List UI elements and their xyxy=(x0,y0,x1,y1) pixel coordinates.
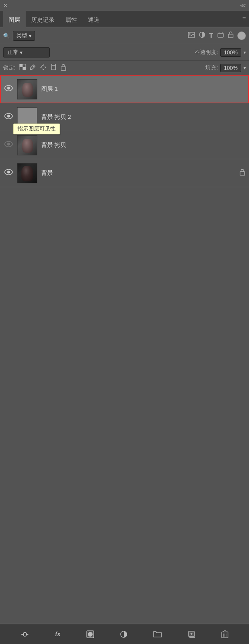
layer-visibility-layer4[interactable] xyxy=(4,169,13,177)
tab-properties[interactable]: 属性 xyxy=(60,11,82,27)
svg-point-1 xyxy=(189,33,190,34)
svg-rect-18 xyxy=(61,67,66,70)
lock-brush-icon[interactable] xyxy=(30,64,36,71)
filter-adjustment-icon[interactable] xyxy=(199,31,205,40)
fill-label: 填充: xyxy=(205,64,218,71)
opacity-value[interactable]: 100% xyxy=(220,48,241,57)
lock-label: 锁定: xyxy=(3,64,16,71)
layer-list: 图层 1 背景 拷贝 2 指示图层可见性 背景 拷贝 xyxy=(0,75,249,350)
layer-thumb-layer4 xyxy=(17,163,37,183)
link-layers-icon[interactable] xyxy=(21,631,29,637)
fill-chevron[interactable]: ▾ xyxy=(244,65,246,71)
filter-type-dropdown[interactable]: 类型 ▾ xyxy=(13,31,35,41)
filter-image-icon[interactable] xyxy=(188,32,195,40)
svg-line-10 xyxy=(33,66,34,67)
layer-thumb-layer1 xyxy=(17,79,37,99)
layer-thumb-image-layer4 xyxy=(18,164,37,183)
lock-icons xyxy=(19,64,66,72)
filter-text-icon[interactable]: T xyxy=(209,32,213,40)
new-group-icon[interactable] xyxy=(153,631,162,638)
filter-toggle[interactable] xyxy=(237,31,246,40)
layer-visibility-layer3[interactable] xyxy=(4,141,13,149)
lock-move-icon[interactable] xyxy=(40,64,47,72)
svg-rect-6 xyxy=(228,34,233,38)
empty-layer-area xyxy=(0,350,249,624)
lock-all-icon[interactable] xyxy=(61,64,66,72)
layer-fx-icon[interactable]: fx xyxy=(55,631,60,638)
layer-name-layer4: 背景 xyxy=(41,169,236,177)
layer-thumb-image-layer3 xyxy=(18,136,37,155)
svg-rect-28 xyxy=(23,632,26,636)
svg-marker-11 xyxy=(42,64,44,70)
opacity-chevron[interactable]: ▾ xyxy=(244,50,246,55)
tab-layers[interactable]: 图层 xyxy=(3,11,26,27)
lock-row: 锁定: 填充: 100% ▾ xyxy=(0,61,249,75)
fill-value[interactable]: 100% xyxy=(220,64,241,72)
svg-marker-12 xyxy=(40,66,46,68)
lock-pixels-icon[interactable] xyxy=(19,64,26,71)
opacity-label: 不透明度: xyxy=(195,49,218,56)
bottom-toolbar: fx xyxy=(0,624,249,644)
layer-row-layer3[interactable]: 背景 拷贝 xyxy=(0,131,249,159)
svg-rect-8 xyxy=(23,67,26,70)
visibility-tooltip: 指示图层可见性 xyxy=(13,124,60,134)
lock-artboard-icon[interactable] xyxy=(51,64,57,71)
layer-row-layer4[interactable]: 背景 xyxy=(0,159,249,187)
layer-name-layer1: 图层 1 xyxy=(41,85,245,93)
filter-icons: T xyxy=(188,31,246,40)
layer-thumb-layer3 xyxy=(17,135,37,155)
svg-point-30 xyxy=(88,632,93,637)
fill-section: 填充: 100% ▾ xyxy=(205,64,246,72)
blend-row: 正常 ▾ 不透明度: 100% ▾ xyxy=(0,44,249,61)
blend-mode-dropdown[interactable]: 正常 ▾ xyxy=(3,47,50,57)
filter-dropdown-arrow: ▾ xyxy=(29,33,32,39)
tabs-row: 图层 历史记录 属性 通道 ≡ xyxy=(0,11,249,27)
layer-visibility-layer1[interactable] xyxy=(4,85,13,93)
layer-thumb-image-layer1 xyxy=(18,80,37,99)
photoshop-layers-panel: ✕ ≪ 图层 历史记录 属性 通道 ≡ 🔍 类型 ▾ T xyxy=(0,0,249,644)
opacity-section: 不透明度: 100% ▾ xyxy=(195,48,246,57)
top-bar: ✕ ≪ xyxy=(0,0,249,11)
tab-history[interactable]: 历史记录 xyxy=(26,11,60,27)
svg-rect-3 xyxy=(218,33,223,37)
svg-rect-13 xyxy=(52,65,56,69)
svg-point-20 xyxy=(7,87,10,90)
layer-name-layer3: 背景 拷贝 xyxy=(41,141,245,149)
delete-layer-icon[interactable] xyxy=(221,630,228,638)
collapse-icon[interactable]: ≪ xyxy=(240,2,246,9)
search-icon: 🔍 xyxy=(3,33,10,39)
blend-mode-label: 正常 xyxy=(7,49,18,56)
new-layer-icon[interactable] xyxy=(188,630,196,638)
tab-channels[interactable]: 通道 xyxy=(82,11,105,27)
layer-locked-icon xyxy=(240,169,245,177)
blend-dropdown-arrow: ▾ xyxy=(20,49,23,56)
close-icon[interactable]: ✕ xyxy=(3,2,8,9)
svg-rect-27 xyxy=(240,172,245,175)
layer-row-layer2[interactable]: 背景 拷贝 2 指示图层可见性 xyxy=(0,103,249,131)
layer-row-layer1[interactable]: 图层 1 xyxy=(0,75,249,103)
svg-rect-7 xyxy=(19,64,23,67)
filter-row: 🔍 类型 ▾ T xyxy=(0,27,249,44)
new-adjustment-icon[interactable] xyxy=(120,630,128,638)
new-mask-icon[interactable] xyxy=(86,630,94,638)
svg-point-22 xyxy=(7,115,10,118)
panel-menu-icon[interactable]: ≡ xyxy=(242,16,246,23)
filter-shape-icon[interactable] xyxy=(217,32,224,40)
filter-lock-icon[interactable] xyxy=(228,31,233,40)
svg-point-26 xyxy=(7,171,10,174)
layer-name-layer2: 背景 拷贝 2 xyxy=(41,113,245,121)
svg-point-24 xyxy=(7,143,10,146)
filter-type-label: 类型 xyxy=(16,32,27,39)
layer-visibility-layer2[interactable] xyxy=(4,113,13,121)
